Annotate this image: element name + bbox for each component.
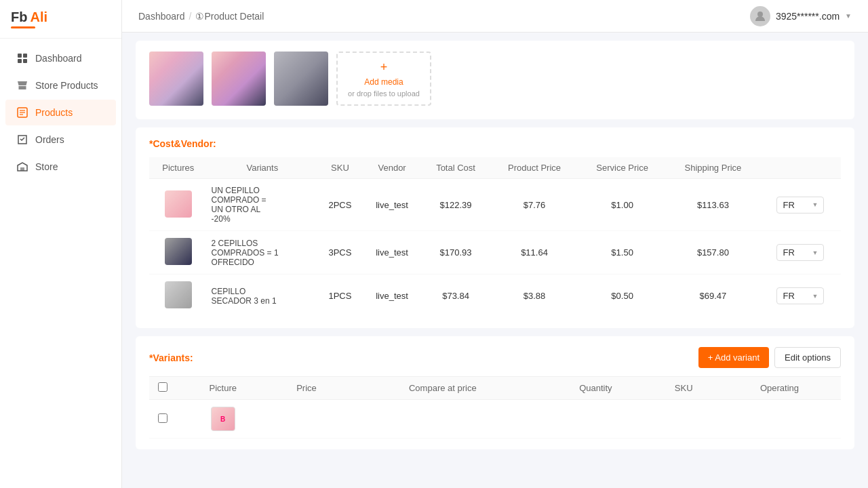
col-shipping-price: Shipping Price [666,157,760,179]
col-product-price: Product Price [490,157,579,179]
variant-table-row: B [149,400,841,439]
media-thumb-1 [149,52,203,106]
col-vendor: Vendor [363,157,422,179]
row-shipping-price: $113.63 [666,179,760,231]
row-total-cost: $73.84 [421,274,490,318]
sidebar-item-dashboard[interactable]: Dashboard [5,45,116,71]
region-select-1[interactable]: FR ▼ [776,244,824,261]
row-region: FR ▼ [760,274,841,318]
add-variant-button[interactable]: + Add variant [698,347,769,368]
table-row: UN CEPILLO COMPRADO = UN OTRO AL -20% 2P… [149,179,841,231]
cost-vendor-table: Pictures Variants SKU Vendor Total Cost … [149,157,841,317]
product-thumbnail [165,190,192,218]
media-card: + Add media or drop files to upload [136,41,854,119]
product-thumbnail [165,238,192,265]
row-picture [149,179,208,231]
row-checkbox-cell [149,400,176,439]
chevron-down-icon: ▼ [812,293,818,300]
row-shipping-price: $157.80 [666,231,760,274]
orders-icon [16,134,28,146]
sidebar: FbAli Dashboard Store Products Products [0,0,122,488]
logo: FbAli [11,9,111,25]
svg-rect-1 [23,54,27,58]
sidebar-item-products[interactable]: Products [5,100,116,125]
variants-table-container: Picture Price Compare at price Quantity … [149,376,841,439]
user-info[interactable]: 3925******.com ▼ [750,6,852,26]
row-sku: 2PCS [317,179,363,231]
variant-image: B [211,407,235,431]
edit-options-button[interactable]: Edit options [774,347,841,368]
row-total-cost: $122.39 [421,179,490,231]
upload-text: Add media [364,77,403,87]
row-service-price: $0.50 [578,274,666,318]
row-quantity [542,400,649,439]
media-upload-area[interactable]: + Add media or drop files to upload [336,52,431,106]
col-sku: SKU [649,377,717,400]
chevron-down-icon: ▼ [845,12,852,20]
row-variant-name: CEPILLO SECADOR 3 en 1 [208,274,318,318]
logo-ali: Ali [30,9,47,25]
row-sku: 1PCS [317,274,363,318]
sidebar-item-store-products[interactable]: Store Products [5,73,116,98]
row-vendor: live_test [363,231,422,274]
svg-rect-8 [20,167,24,171]
row-vendor: live_test [363,179,422,231]
logo-underline [11,26,35,28]
logo-container: FbAli [0,0,121,39]
region-select-0[interactable]: FR ▼ [776,197,824,214]
row-total-cost: $170.93 [421,231,490,274]
row-service-price: $1.50 [578,231,666,274]
variants-table: Picture Price Compare at price Quantity … [149,376,841,439]
variants-title: *Variants: [149,352,193,363]
sidebar-nav: Dashboard Store Products Products Orders… [0,39,121,488]
col-operating: Operating [718,377,841,400]
row-operating [718,400,841,439]
breadcrumb-current: ①Product Detail [195,11,264,22]
col-price: Price [269,377,343,400]
content-area: + Add media or drop files to upload *Cos… [122,33,868,488]
cost-vendor-title: *Cost&Vendor: [149,138,841,149]
row-shipping-price: $69.47 [666,274,760,318]
variants-header: *Variants: + Add variant Edit options [149,347,841,368]
row-picture [149,274,208,318]
sidebar-item-label: Orders [35,134,64,145]
select-all-checkbox[interactable] [158,382,167,392]
product-thumbnail [165,281,192,308]
row-sku-value [649,400,717,439]
main-content: Dashboard / ①Product Detail 3925******.c… [122,0,868,488]
upload-sub: or drop files to upload [348,89,420,98]
row-checkbox[interactable] [158,413,167,423]
col-picture: Picture [176,377,269,400]
row-region: FR ▼ [760,231,841,274]
media-thumb-2 [212,52,266,106]
row-compare-price [344,400,542,439]
logo-fb: Fb [11,9,27,25]
products-icon [16,106,28,119]
row-service-price: $1.00 [578,179,666,231]
cost-vendor-card: *Cost&Vendor: Pictures Variants SKU Vend… [136,127,854,328]
row-region: FR ▼ [760,179,841,231]
sidebar-item-label: Dashboard [35,53,82,64]
sidebar-item-label: Products [35,107,73,118]
store-products-icon [16,79,28,92]
col-compare-at-price: Compare at price [344,377,542,400]
svg-rect-0 [18,54,22,58]
svg-point-9 [757,12,763,17]
variants-card: *Variants: + Add variant Edit options [136,336,854,449]
col-region [760,157,841,179]
variant-preview: B [180,407,265,431]
sidebar-item-orders[interactable]: Orders [5,127,116,152]
row-sku: 3PCS [317,231,363,274]
region-select-2[interactable]: FR ▼ [776,287,824,304]
table-row: CEPILLO SECADOR 3 en 1 1PCS live_test $7… [149,274,841,318]
row-product-price: $7.76 [490,179,579,231]
row-picture [149,231,208,274]
breadcrumb-dashboard[interactable]: Dashboard [138,11,185,22]
add-media-icon: + [380,60,388,75]
table-header-row: Pictures Variants SKU Vendor Total Cost … [149,157,841,179]
chevron-down-icon: ▼ [812,201,818,208]
row-variant-name: UN CEPILLO COMPRADO = UN OTRO AL -20% [208,179,318,231]
row-variant-picture: B [176,400,269,439]
dashboard-icon [16,52,28,64]
sidebar-item-store[interactable]: Store [5,154,116,180]
